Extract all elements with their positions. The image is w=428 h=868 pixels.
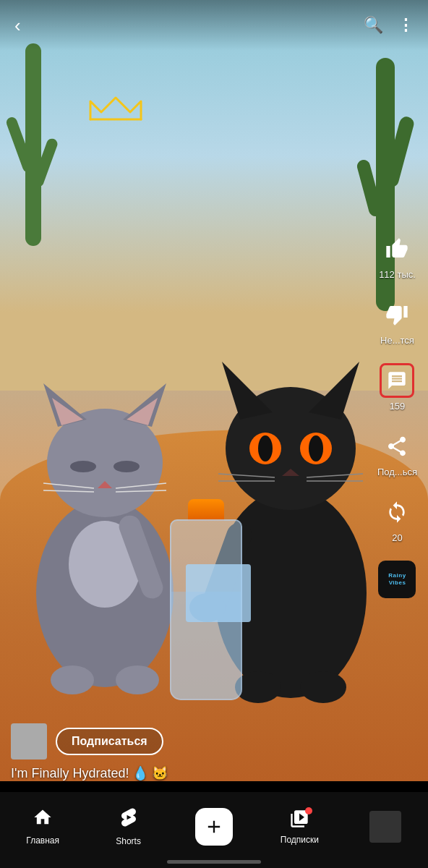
video-background bbox=[0, 0, 428, 781]
channel-avatar bbox=[11, 723, 47, 760]
remix-action[interactable]: 20 bbox=[380, 495, 414, 543]
nav-subscriptions[interactable]: Подписки bbox=[270, 809, 328, 845]
home-indicator bbox=[167, 860, 261, 864]
home-label: Главная bbox=[26, 835, 59, 846]
svg-marker-20 bbox=[222, 362, 273, 420]
channel-row: Подписаться bbox=[11, 723, 338, 760]
video-title: I'm Finally Hydrated! 💧 🐱 bbox=[11, 765, 338, 781]
nav-shorts[interactable]: Shorts bbox=[100, 807, 158, 846]
remix-icon bbox=[380, 495, 414, 529]
bottle-body bbox=[170, 519, 242, 700]
search-button[interactable]: 🔍 bbox=[364, 16, 383, 35]
like-icon bbox=[380, 231, 414, 266]
svg-point-7 bbox=[114, 461, 140, 472]
header: ‹ 🔍 ⋮ bbox=[0, 0, 428, 51]
remix-count: 20 bbox=[392, 532, 402, 543]
actions-panel: 112 тыс. Не...тся 159 Под...ься bbox=[377, 231, 417, 598]
back-button[interactable]: ‹ bbox=[14, 14, 21, 37]
dislike-label: Не...тся bbox=[380, 335, 414, 346]
bottom-nav: Главная Shorts Подписки bbox=[0, 792, 428, 868]
svg-point-24 bbox=[258, 435, 273, 461]
bottle-water bbox=[171, 592, 241, 699]
svg-point-15 bbox=[116, 665, 159, 694]
svg-marker-21 bbox=[309, 362, 359, 420]
nav-add[interactable] bbox=[185, 808, 243, 846]
share-label: Под...ься bbox=[377, 467, 417, 477]
svg-point-32 bbox=[300, 671, 346, 703]
add-button[interactable] bbox=[195, 808, 233, 846]
comment-icon bbox=[380, 363, 414, 398]
shorts-label: Shorts bbox=[116, 836, 141, 846]
dislike-action[interactable]: Не...тся bbox=[380, 297, 414, 346]
video-info: Подписаться I'm Finally Hydrated! 💧 🐱 bbox=[0, 723, 348, 781]
subscriptions-icon-wrap bbox=[289, 809, 309, 832]
share-icon bbox=[380, 429, 414, 464]
like-count: 112 тыс. bbox=[379, 269, 416, 280]
crown-drawing bbox=[87, 94, 145, 123]
subscriptions-label: Подписки bbox=[281, 835, 319, 845]
nav-home[interactable]: Главная bbox=[14, 807, 72, 846]
cactus-left bbox=[14, 43, 51, 246]
rainy-vibes-badge[interactable]: Rainy Vibes bbox=[378, 561, 416, 598]
nav-library[interactable] bbox=[356, 811, 414, 843]
home-icon bbox=[33, 807, 53, 833]
more-options-button[interactable]: ⋮ bbox=[398, 16, 414, 35]
share-action[interactable]: Под...ься bbox=[377, 429, 417, 477]
svg-point-25 bbox=[309, 435, 323, 461]
svg-point-14 bbox=[51, 665, 94, 694]
comment-count: 159 bbox=[390, 401, 406, 412]
comments-action[interactable]: 159 bbox=[380, 363, 414, 412]
like-action[interactable]: 112 тыс. bbox=[379, 231, 416, 280]
dislike-icon bbox=[380, 297, 414, 332]
water-bottle bbox=[159, 499, 253, 702]
subscribe-button[interactable]: Подписаться bbox=[56, 728, 163, 755]
library-thumbnail bbox=[369, 811, 401, 843]
notification-dot bbox=[305, 807, 312, 814]
svg-point-6 bbox=[70, 461, 96, 472]
bottle-cap bbox=[188, 499, 224, 521]
shorts-icon bbox=[118, 807, 140, 833]
